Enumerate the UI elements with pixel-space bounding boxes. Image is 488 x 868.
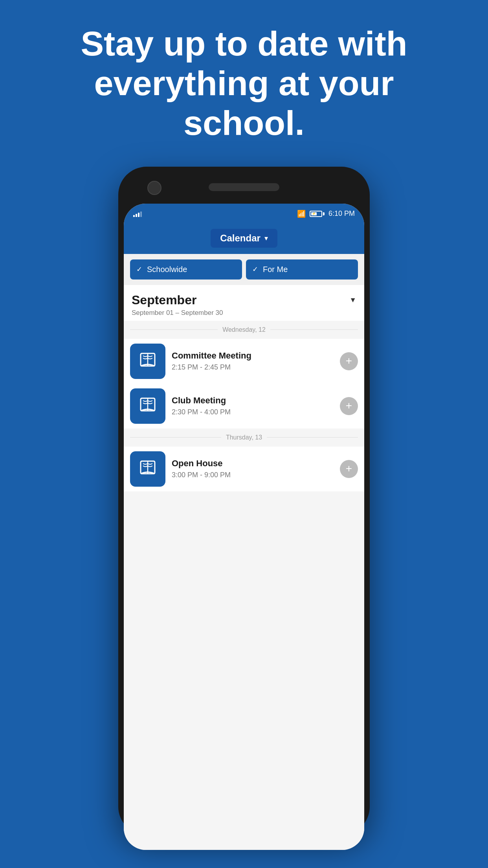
wifi-icon: 📶 bbox=[297, 210, 306, 218]
event-details-club: Club Meeting 2:30 PM - 4:00 PM bbox=[172, 395, 334, 416]
status-time: 6:10 PM bbox=[328, 210, 355, 218]
schoolwide-filter-button[interactable]: ✓ Schoolwide bbox=[130, 259, 242, 280]
event-item-open-house: Open House 3:00 PM - 9:00 PM + bbox=[124, 447, 364, 491]
month-dropdown-icon: ▼ bbox=[349, 296, 356, 304]
day-line-right-wed bbox=[270, 329, 358, 330]
month-header: September ▼ September 01 – September 30 bbox=[124, 285, 364, 321]
day-line-left-thu bbox=[130, 437, 221, 438]
event-time-open-house: 3:00 PM - 9:00 PM bbox=[172, 471, 334, 479]
add-committee-icon: + bbox=[346, 355, 352, 366]
phone-speaker bbox=[209, 183, 279, 191]
status-left bbox=[133, 211, 142, 217]
for-me-filter-button[interactable]: ✓ For Me bbox=[246, 259, 358, 280]
calendar-dropdown[interactable]: Calendar ▾ bbox=[211, 229, 277, 248]
event-item-club-meeting: Club Meeting 2:30 PM - 4:00 PM + bbox=[124, 384, 364, 428]
phone-camera bbox=[147, 181, 161, 195]
for-me-filter-label: For Me bbox=[263, 265, 288, 274]
signal-bar-2 bbox=[136, 214, 137, 217]
app-header: Calendar ▾ bbox=[124, 224, 364, 254]
phone-screen: 📶 6:10 PM C bbox=[124, 204, 364, 850]
day-line-left-wed bbox=[130, 329, 218, 330]
event-time-committee: 2:15 PM - 2:45 PM bbox=[172, 363, 334, 371]
calendar-label: Calendar bbox=[220, 233, 261, 244]
for-me-check-icon: ✓ bbox=[252, 265, 258, 274]
signal-bar-1 bbox=[133, 215, 135, 217]
event-item-committee-meeting: Committee Meeting 2:15 PM - 2:45 PM + bbox=[124, 339, 364, 384]
signal-bar-4 bbox=[140, 211, 142, 217]
add-club-button[interactable]: + bbox=[340, 397, 358, 415]
filter-bar: ✓ Schoolwide ✓ For Me bbox=[124, 254, 364, 285]
month-name: September bbox=[132, 293, 196, 307]
school-book-icon-club bbox=[138, 396, 158, 416]
status-right: 📶 6:10 PM bbox=[297, 210, 355, 218]
battery-icon bbox=[310, 211, 325, 217]
add-committee-button[interactable]: + bbox=[340, 352, 358, 370]
school-book-icon-committee bbox=[138, 351, 158, 371]
day-line-right-thu bbox=[267, 437, 358, 438]
battery-fill bbox=[311, 212, 317, 215]
event-icon-club bbox=[130, 388, 165, 424]
schoolwide-filter-label: Schoolwide bbox=[147, 265, 187, 274]
signal-bar-3 bbox=[138, 213, 139, 217]
day-separator-wed: Wednesday, 12 bbox=[130, 321, 358, 339]
event-details-open-house: Open House 3:00 PM - 9:00 PM bbox=[172, 458, 334, 479]
day-separator-thu: Thursday, 13 bbox=[130, 428, 358, 447]
signal-icon bbox=[133, 211, 142, 217]
day-label-thu: Thursday, 13 bbox=[221, 434, 267, 441]
status-bar: 📶 6:10 PM bbox=[124, 204, 364, 224]
event-details-committee: Committee Meeting 2:15 PM - 2:45 PM bbox=[172, 351, 334, 371]
screen-inner: 📶 6:10 PM C bbox=[124, 204, 364, 850]
day-label-wed: Wednesday, 12 bbox=[218, 326, 270, 333]
add-club-icon: + bbox=[346, 400, 352, 411]
scroll-content: September ▼ September 01 – September 30 … bbox=[124, 285, 364, 850]
add-open-house-icon: + bbox=[346, 463, 352, 474]
event-title-open-house: Open House bbox=[172, 458, 334, 469]
event-title-club: Club Meeting bbox=[172, 395, 334, 406]
month-range: September 01 – September 30 bbox=[132, 307, 356, 317]
battery-tip bbox=[323, 212, 325, 215]
phone-outer: 📶 6:10 PM C bbox=[118, 167, 370, 835]
phone-top-bar bbox=[124, 172, 364, 204]
dropdown-arrow-icon: ▾ bbox=[264, 234, 268, 243]
phone-mockup: 📶 6:10 PM C bbox=[0, 159, 488, 835]
event-icon-open-house bbox=[130, 451, 165, 487]
school-book-icon-open-house bbox=[138, 459, 158, 479]
event-time-club: 2:30 PM - 4:00 PM bbox=[172, 408, 334, 416]
add-open-house-button[interactable]: + bbox=[340, 460, 358, 478]
hero-text: Stay up to date with everything at your … bbox=[0, 0, 488, 159]
battery-body bbox=[310, 211, 322, 217]
schoolwide-check-icon: ✓ bbox=[136, 265, 142, 274]
event-icon-committee bbox=[130, 344, 165, 379]
event-title-committee: Committee Meeting bbox=[172, 351, 334, 361]
month-title-row: September ▼ bbox=[132, 293, 356, 307]
